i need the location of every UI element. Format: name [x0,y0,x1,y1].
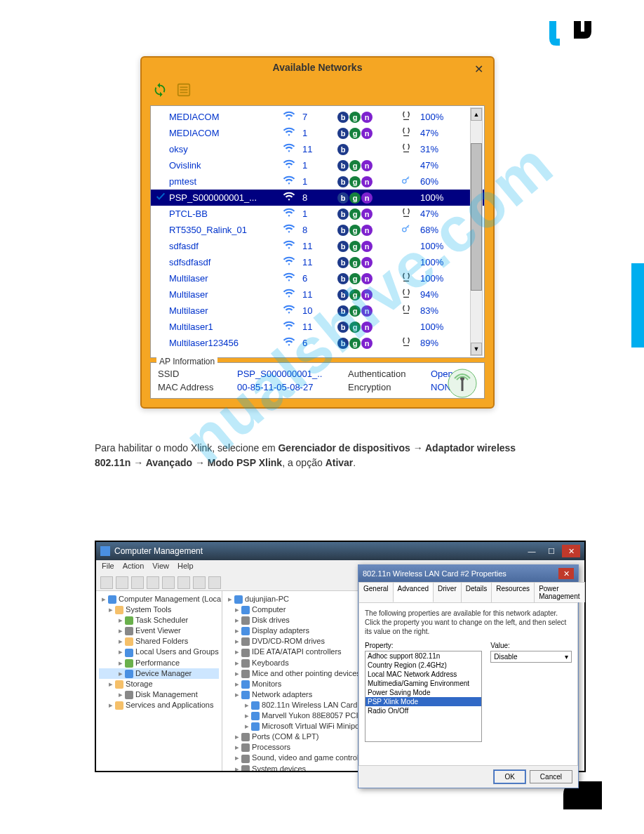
svg-rect-17 [115,680,123,689]
network-row[interactable]: Multilaser6bgn100% [151,270,484,286]
props-content: The following properties are available f… [358,603,578,766]
tree-label: Device Manager [135,669,192,677]
mode-g-icon: g [349,289,361,300]
svg-point-4 [403,180,406,183]
tree-item[interactable]: ▸ Storage [99,679,219,689]
property-listbox[interactable]: Adhoc support 802.11nCountry Region (2.4… [365,651,482,742]
network-row[interactable]: oksy11b31% [151,141,484,157]
channel-cell: 11 [302,241,337,251]
wifi-icon [283,255,302,270]
toolbar-btn8[interactable] [208,576,221,589]
network-row[interactable]: Multilaser11bgn94% [151,286,484,303]
menu-item-help[interactable]: Help [177,562,194,573]
toolbar-btn7[interactable] [193,576,206,589]
list-view-button[interactable] [174,80,194,100]
svg-rect-30 [251,701,260,710]
network-row[interactable]: PTCL-BB1bgn47% [151,206,484,222]
maximize-button[interactable]: ☐ [542,545,561,557]
toolbar-help-button[interactable] [177,576,190,589]
tree-item[interactable]: ▸ Device Manager [99,668,219,679]
tab-power-management[interactable]: Power Management [534,582,584,602]
toolbar-refresh-button[interactable] [147,576,159,589]
network-row[interactable]: MEDIACOM1bgn47% [151,125,484,141]
tree-item[interactable]: ▸ Disk Management [99,689,219,700]
wifi-icon [283,110,302,124]
tab-general[interactable]: General [358,582,394,602]
network-row[interactable]: Multilaser10bgn83% [151,303,484,319]
cancel-button[interactable]: Cancel [530,770,572,783]
scrollbar[interactable]: ▲ ▼ [470,107,483,356]
network-row[interactable]: sdfsdfasdf11bgn100% [151,254,484,270]
modes-cell: b [337,144,401,155]
mgmt-left-tree[interactable]: ▸ Computer Management (Local▸ System Too… [96,591,222,771]
svg-rect-13 [125,637,133,646]
tree-item[interactable]: ▸ System Tools [99,604,219,615]
property-item[interactable]: Multimedia/Gaming Environment [365,679,481,688]
signal-cell: 47% [420,128,455,138]
tab-driver[interactable]: Driver [433,582,462,602]
tree-item[interactable]: ▸ Services and Applications [99,700,219,710]
expand-icon: ▸ [235,647,241,656]
mode-n-icon: n [361,128,373,139]
svg-rect-9 [108,595,116,604]
scroll-up-button[interactable]: ▲ [471,108,482,121]
tree-item[interactable]: ▸ Shared Folders [99,636,219,647]
property-item[interactable]: Radio On/Off [365,706,481,715]
tab-resources[interactable]: Resources [491,582,535,602]
property-item[interactable]: Adhoc support 802.11n [365,651,481,661]
mode-g-icon: g [349,257,361,268]
tree-item[interactable]: ▸ Performance [99,658,219,668]
network-row[interactable]: PSP_S000000001_...8bgn100% [151,190,484,206]
mode-n-icon: n [361,322,373,333]
tree-item[interactable]: ▸ Computer Management (Local [99,594,219,604]
menu-item-file[interactable]: File [102,562,114,573]
tree-item[interactable]: ▸ Local Users and Groups [99,647,219,657]
network-row[interactable]: MEDIACOM7bgn100% [151,109,484,125]
scroll-thumb[interactable] [471,143,482,291]
signal-cell: 100% [420,192,455,203]
expand-icon: ▸ [119,616,125,624]
menu-item-view[interactable]: View [152,562,169,573]
device-tree-label: System devices [252,764,306,772]
channel-cell: 1 [302,128,337,138]
tree-label: Shared Folders [135,637,188,645]
expand-icon: ▸ [235,669,241,677]
scroll-down-button[interactable]: ▼ [471,343,482,355]
mode-n-icon: n [361,112,373,123]
property-item[interactable]: Country Region (2.4GHz) [365,661,481,670]
toolbar-up-button[interactable] [131,576,144,589]
refresh-button[interactable] [150,80,170,100]
ssid-cell: Multilaser [169,305,283,316]
ok-button[interactable]: OK [494,770,525,783]
property-item[interactable]: PSP Xlink Mode [365,697,481,706]
wifi-antenna-icon[interactable] [448,369,477,401]
network-row[interactable]: Multilaser111bgn100% [151,319,484,335]
toolbar-back-button[interactable] [100,576,113,589]
tree-item[interactable]: ▸ Task Scheduler [99,615,219,626]
network-row[interactable]: sdfasdf11bgn100% [151,238,484,254]
minimize-button[interactable]: — [523,545,541,557]
property-item[interactable]: Power Saving Mode [365,688,481,697]
network-row[interactable]: RT5350_Ralink_018bgn68% [151,222,484,238]
network-row[interactable]: pmtest1bgn60% [151,173,484,190]
network-row[interactable]: Ovislink1bgn47% [151,157,484,173]
tree-label: System Tools [126,605,171,614]
svg-rect-23 [241,627,250,635]
mode-g-icon: g [349,160,361,171]
toolbar-properties-button[interactable] [162,576,175,589]
close-button[interactable]: ✕ [562,545,580,557]
toolbar-forward-button[interactable] [116,576,128,589]
tab-details[interactable]: Details [461,582,492,602]
device-tree-label: Computer [252,605,286,614]
network-row[interactable]: Multilaser1234566bgn89% [151,335,484,351]
tree-item[interactable]: ▸ Event Viewer [99,626,219,636]
property-item[interactable]: Local MAC Network Address [365,670,481,679]
menu-item-action[interactable]: Action [123,562,145,573]
mode-g-icon: g [349,322,361,333]
tab-advanced[interactable]: Advanced [393,582,434,602]
expand-icon: ▸ [228,595,234,603]
close-icon[interactable]: ✕ [474,62,483,76]
value-dropdown[interactable]: Disable▾ [490,651,572,663]
device-tree-label: Monitors [252,680,281,688]
props-close-button[interactable]: ✕ [558,568,574,579]
